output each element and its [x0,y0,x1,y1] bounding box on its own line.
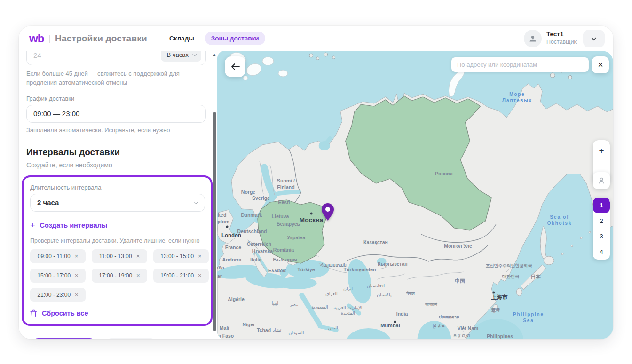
zone-number-list: 1234 [593,198,610,260]
wb-logo: wb [29,32,44,45]
check-intervals-note: Проверьте интервалы доставки. Удалите ли… [30,237,205,244]
chevron-down-icon [192,52,197,56]
schedule-note: Заполнили автоматически. Исправьте, если… [26,126,206,135]
zone-number-item[interactable]: 3 [593,229,610,244]
duration-label: Длительность интервала [30,184,205,191]
interval-chip: 21:00 - 23:00 × [30,288,86,302]
interval-chip-label: 13:00 - 15:00 [160,253,194,260]
chevron-down-icon [591,35,596,40]
zone-number-label: 2 [600,217,603,224]
person-icon [598,177,605,184]
auto-cancel-field-clipped: 24 В часах [26,51,206,66]
delivery-pin-icon [321,203,335,223]
hours-unit-label: В часах [166,51,189,58]
user-block: Тест1 Поставщик [524,30,605,47]
create-intervals-label: Создать интервалы [40,222,108,229]
nav-tabs: СкладыЗоны доставки [163,32,265,45]
remove-interval-icon[interactable]: × [136,253,140,259]
plus-icon: + [30,221,35,229]
tab[interactable]: Зоны доставки [205,32,265,45]
zone-number-item[interactable]: 2 [593,213,610,229]
back-button[interactable]: Назад [105,338,157,339]
user-role: Поставщик [546,39,577,46]
interval-chip-label: 11:00 - 13:00 [99,253,132,260]
interval-chip: 15:00 - 17:00 × [30,269,86,283]
duration-value: 2 часа [37,198,59,206]
zoom-in-button[interactable]: + [593,140,610,162]
city-dot [493,292,495,294]
delivery-map[interactable]: Море ЛаптевыхSea of OkhotskPhilippine Se… [217,51,613,339]
reset-all-button[interactable]: Сбросить все [30,309,205,317]
schedule-label: График доставки [26,95,206,102]
panel-scrollbar[interactable] [213,112,216,331]
remove-interval-icon[interactable]: × [198,253,202,259]
create-intervals-button[interactable]: + Создать интервалы [30,221,205,229]
locate-me-button[interactable] [593,172,610,189]
back-arrow-icon [231,63,240,70]
map-geography [217,51,613,339]
interval-chip-label: 17:00 - 19:00 [99,272,132,279]
tab-label: Зоны доставки [211,35,259,42]
app-window: wb | Настройки доставки СкладыЗоны доста… [19,26,613,339]
screen: wb | Настройки доставки СкладыЗоны доста… [0,0,632,364]
auto-cancel-note: Если больше 45 дней — свяжитесь с поддер… [26,70,206,87]
zone-number-label: 1 [600,202,603,209]
city-dot [394,321,396,323]
close-icon: ✕ [598,61,604,69]
interval-chip-label: 19:00 - 21:00 [160,272,194,279]
zone-number-item[interactable]: 4 [593,244,610,260]
zone-number-label: 3 [600,233,603,240]
interval-chip-label: 21:00 - 23:00 [37,292,71,298]
duration-select[interactable]: 2 часа [30,194,205,212]
tab-label: Склады [169,35,194,42]
person-icon [528,34,537,43]
intervals-subtitle: Создайте, если необходимо [26,161,206,169]
avatar [524,30,542,47]
schedule-input[interactable] [26,105,206,123]
remove-interval-icon[interactable]: × [75,272,79,278]
interval-chip-label: 15:00 - 17:00 [37,272,71,279]
zone-number-label: 4 [600,248,603,255]
continue-button[interactable]: Продолжить [32,338,96,339]
interval-chip: 13:00 - 15:00 × [153,249,209,263]
interval-chip: 19:00 - 21:00 × [153,269,209,283]
hours-unit-select[interactable]: В часах [161,51,201,62]
city-dot [310,213,313,215]
zone-number-item[interactable]: 1 [593,198,610,213]
remove-interval-icon[interactable]: × [136,272,140,278]
scrollbar-up-arrow[interactable]: ▲ [213,53,216,57]
logo-divider: | [48,33,51,43]
chevron-down-icon [194,199,198,204]
intervals-title: Интервалы доставки [26,147,206,158]
interval-chip: 17:00 - 19:00 × [92,269,147,283]
map-search-input[interactable] [451,57,589,72]
interval-chip: 09:00 - 11:00 × [30,249,86,263]
remove-interval-icon[interactable]: × [198,272,202,278]
auto-cancel-value[interactable]: 24 [33,51,41,59]
city-dot [226,226,229,228]
reset-all-label: Сбросить все [42,309,88,317]
settings-panel: 24 В часах Если больше 45 дней — свяжите… [19,51,217,339]
user-menu-button[interactable] [583,30,605,47]
header: wb | Настройки доставки СкладыЗоны доста… [19,26,613,51]
page-title: Настройки доставки [55,33,147,44]
tab[interactable]: Склады [163,32,200,45]
interval-chip: 11:00 - 13:00 × [92,249,147,263]
map-back-button[interactable] [225,56,245,77]
remove-interval-icon[interactable]: × [75,253,79,259]
trash-icon [30,309,37,317]
intervals-highlight-box: Длительность интервала 2 часа + Создать … [22,175,213,326]
interval-chips: 09:00 - 11:00 × 11:00 - 13:00 × 13:00 - … [30,249,205,302]
interval-chip-label: 09:00 - 11:00 [38,253,71,260]
remove-interval-icon[interactable]: × [75,292,79,298]
map-close-button[interactable]: ✕ [592,56,609,73]
user-name: Тест1 [546,31,577,39]
